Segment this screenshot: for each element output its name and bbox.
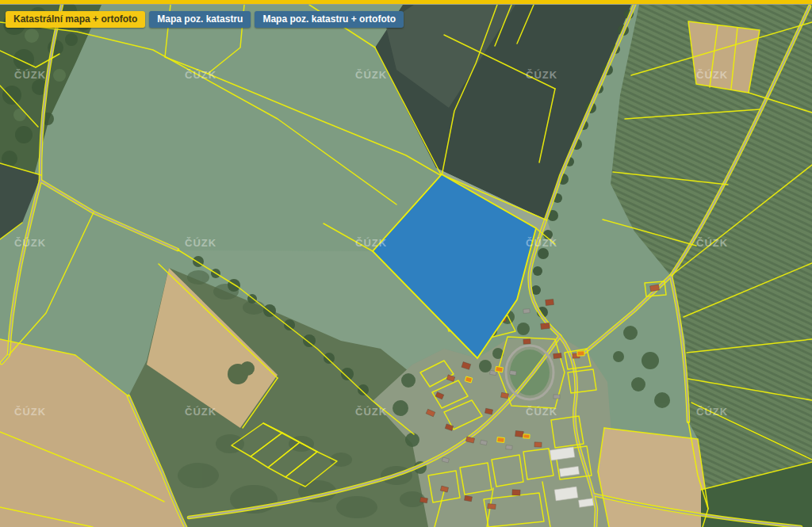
map-canvas[interactable]: [0, 0, 812, 527]
tab-mapa-poz-katastru-ortofoto[interactable]: Mapa poz. katastru + ortofoto: [255, 11, 404, 28]
map-viewer-window: Katastrální mapa + ortofoto Mapa poz. ka…: [0, 0, 812, 527]
tab-mapa-poz-katastru[interactable]: Mapa poz. katastru: [149, 11, 251, 28]
top-strip-shadow: [0, 4, 812, 5]
map-type-tabs: Katastrální mapa + ortofoto Mapa poz. ka…: [6, 11, 404, 28]
tab-katastralni-mapa-ortofoto[interactable]: Katastrální mapa + ortofoto: [6, 11, 145, 28]
